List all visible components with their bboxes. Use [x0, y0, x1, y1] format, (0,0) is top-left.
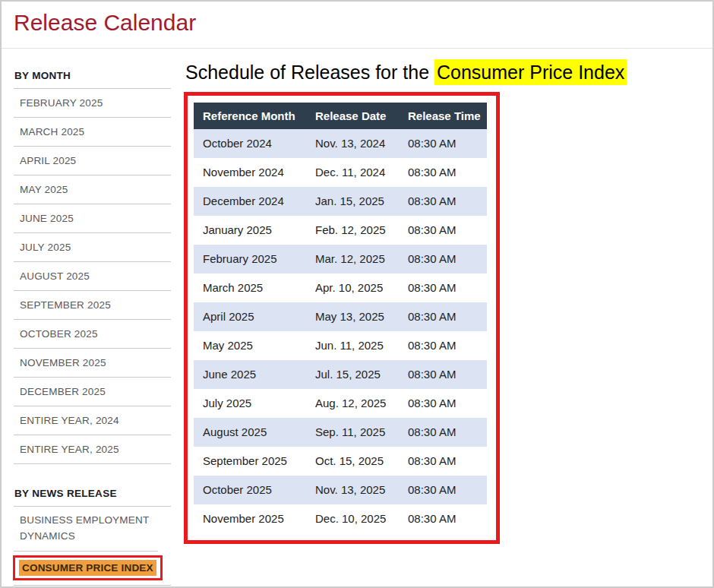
table-body: October 2024Nov. 13, 202408:30 AMNovembe…	[194, 129, 487, 533]
cell-reference-month: March 2025	[194, 273, 306, 302]
sidebar: BY MONTH FEBRUARY 2025MARCH 2025APRIL 20…	[14, 49, 171, 586]
cell-release-time: 08:30 AM	[399, 504, 487, 533]
sidebar-item-month[interactable]: OCTOBER 2025	[14, 320, 171, 349]
cell-release-time: 08:30 AM	[399, 216, 487, 245]
cell-release-date: Sep. 11, 2025	[306, 418, 399, 447]
cell-release-date: Jan. 15, 2025	[306, 187, 399, 216]
cell-reference-month: May 2025	[194, 331, 306, 360]
cell-reference-month: November 2024	[194, 158, 306, 187]
sidebar-item-month[interactable]: ENTIRE YEAR, 2024	[14, 406, 171, 435]
main-panel: Schedule of Releases for the Consumer Pr…	[184, 49, 627, 586]
cell-release-date: Apr. 10, 2025	[306, 273, 399, 302]
cell-release-date: Jun. 11, 2025	[306, 331, 399, 360]
cell-reference-month: October 2025	[194, 476, 306, 504]
page-title: Release Calendar	[14, 9, 712, 36]
cell-reference-month: February 2025	[194, 245, 306, 273]
cell-release-time: 08:30 AM	[399, 447, 487, 476]
sidebar-item-month[interactable]: AUGUST 2025	[14, 262, 171, 291]
sidebar-item-month[interactable]: DECEMBER 2025	[14, 378, 171, 406]
cell-release-date: Nov. 13, 2024	[306, 129, 399, 158]
cell-reference-month: November 2025	[194, 504, 306, 533]
table-row: November 2025Dec. 10, 202508:30 AM	[194, 504, 487, 533]
cell-release-date: Jul. 15, 2025	[306, 360, 399, 389]
sidebar-item-consumer-price-index[interactable]: CONSUMER PRICE INDEX	[14, 552, 171, 586]
column-header-release-time: Release Time	[399, 103, 487, 129]
cell-release-date: Oct. 15, 2025	[306, 447, 399, 476]
table-row: October 2025Nov. 13, 202508:30 AM	[194, 476, 487, 504]
cell-release-date: May 13, 2025	[306, 302, 399, 331]
cell-release-date: Dec. 10, 2025	[306, 504, 399, 533]
sidebar-item-month[interactable]: JUNE 2025	[14, 204, 171, 233]
cell-release-time: 08:30 AM	[399, 418, 487, 447]
table-row: December 2024Jan. 15, 202508:30 AM	[194, 187, 487, 216]
sidebar-item-consumer-price-index-label[interactable]: CONSUMER PRICE INDEX	[19, 560, 156, 576]
table-row: February 2025Mar. 12, 202508:30 AM	[194, 245, 487, 273]
sidebar-item-month[interactable]: MAY 2025	[14, 175, 171, 204]
content-area: BY MONTH FEBRUARY 2025MARCH 2025APRIL 20…	[2, 49, 712, 586]
table-header: Reference Month Release Date Release Tim…	[194, 103, 487, 129]
cell-release-time: 08:30 AM	[399, 273, 487, 302]
release-schedule-table: Reference Month Release Date Release Tim…	[194, 103, 487, 533]
cell-release-date: Dec. 11, 2024	[306, 158, 399, 187]
sidebar-heading-by-news-release: BY NEWS RELEASE	[14, 488, 171, 507]
table-row: July 2025Aug. 12, 202508:30 AM	[194, 389, 487, 418]
cell-release-time: 08:30 AM	[399, 389, 487, 418]
cell-release-time: 08:30 AM	[399, 360, 487, 389]
sidebar-item-month[interactable]: FEBRUARY 2025	[14, 89, 171, 118]
cell-release-time: 08:30 AM	[399, 331, 487, 360]
sidebar-item-month[interactable]: MARCH 2025	[14, 118, 171, 147]
cell-reference-month: October 2024	[194, 129, 306, 158]
table-row: May 2025Jun. 11, 202508:30 AM	[194, 331, 487, 360]
table-row: June 2025Jul. 15, 202508:30 AM	[194, 360, 487, 389]
cell-reference-month: December 2024	[194, 187, 306, 216]
by-news-release-list: BUSINESS EMPLOYMENT DYNAMICS CONSUMER PR…	[14, 507, 171, 586]
cell-reference-month: April 2025	[194, 302, 306, 331]
annotation-box-table: Reference Month Release Date Release Tim…	[184, 92, 500, 544]
table-row: August 2025Sep. 11, 202508:30 AM	[194, 418, 487, 447]
column-header-release-date: Release Date	[306, 103, 399, 129]
sidebar-item-month[interactable]: ENTIRE YEAR, 2025	[14, 435, 171, 464]
by-month-list: FEBRUARY 2025MARCH 2025APRIL 2025MAY 202…	[14, 89, 171, 464]
release-calendar-page: { "page": { "title": "Release Calendar" …	[0, 0, 714, 588]
cell-release-time: 08:30 AM	[399, 476, 487, 504]
table-row: March 2025Apr. 10, 202508:30 AM	[194, 273, 487, 302]
cell-release-time: 08:30 AM	[399, 302, 487, 331]
cell-release-date: Mar. 12, 2025	[306, 245, 399, 273]
table-row: November 2024Dec. 11, 202408:30 AM	[194, 158, 487, 187]
cell-release-time: 08:30 AM	[399, 129, 487, 158]
schedule-title-text: Schedule of Releases for the	[185, 62, 434, 83]
schedule-title-highlight: Consumer Price Index	[434, 59, 627, 85]
cell-release-time: 08:30 AM	[399, 187, 487, 216]
sidebar-heading-by-month: BY MONTH	[14, 70, 171, 89]
schedule-title: Schedule of Releases for the Consumer Pr…	[185, 60, 627, 85]
cell-release-date: Feb. 12, 2025	[306, 216, 399, 245]
sidebar-item-month[interactable]: JULY 2025	[14, 233, 171, 262]
table-row: October 2024Nov. 13, 202408:30 AM	[194, 129, 487, 158]
sidebar-item-business-employment-dynamics[interactable]: BUSINESS EMPLOYMENT DYNAMICS	[14, 507, 158, 552]
column-header-reference-month: Reference Month	[194, 103, 306, 129]
sidebar-item-month[interactable]: NOVEMBER 2025	[14, 349, 171, 378]
cell-reference-month: August 2025	[194, 418, 306, 447]
cell-release-date: Nov. 13, 2025	[306, 476, 399, 504]
cell-reference-month: January 2025	[194, 216, 306, 245]
annotation-box-cpi: CONSUMER PRICE INDEX	[13, 555, 163, 580]
table-row: April 2025May 13, 202508:30 AM	[194, 302, 487, 331]
cell-release-date: Aug. 12, 2025	[306, 389, 399, 418]
cell-reference-month: June 2025	[194, 360, 306, 389]
cell-release-time: 08:30 AM	[399, 245, 487, 273]
cell-reference-month: September 2025	[194, 447, 306, 476]
cell-release-time: 08:30 AM	[399, 158, 487, 187]
table-row: January 2025Feb. 12, 202508:30 AM	[194, 216, 487, 245]
sidebar-item-month[interactable]: APRIL 2025	[14, 147, 171, 175]
sidebar-item-month[interactable]: SEPTEMBER 2025	[14, 291, 171, 320]
table-row: September 2025Oct. 15, 202508:30 AM	[194, 447, 487, 476]
cell-reference-month: July 2025	[194, 389, 306, 418]
